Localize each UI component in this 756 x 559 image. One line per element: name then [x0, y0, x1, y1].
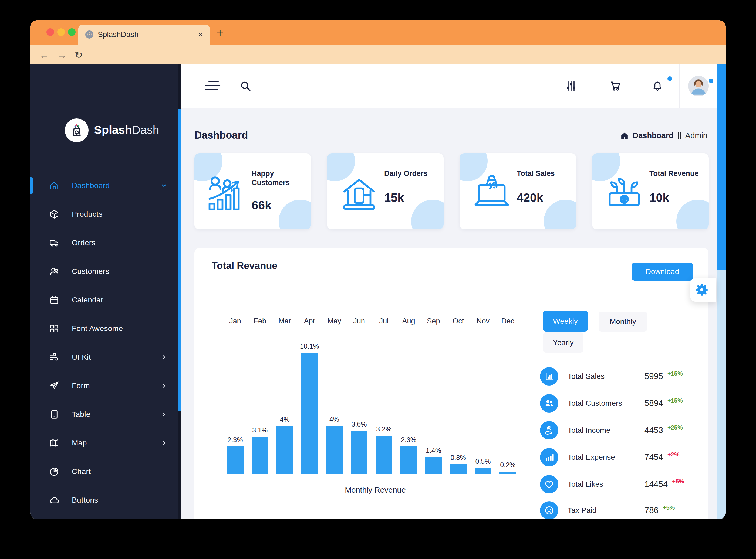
- sidebar-item-products[interactable]: Products: [30, 200, 178, 228]
- chart-caption: Monthly Revenue: [321, 486, 429, 494]
- truck-icon: [49, 238, 59, 248]
- traffic-light-minimize-icon[interactable]: [57, 28, 65, 36]
- traffic-light-zoom-icon[interactable]: [68, 28, 75, 36]
- bar-oct: [450, 464, 467, 474]
- period-button-weekly[interactable]: Weekly: [543, 311, 588, 332]
- reload-icon[interactable]: ↻: [74, 49, 83, 61]
- breadcrumb-admin[interactable]: Admin: [685, 131, 707, 140]
- stat-row-value: 5995: [645, 372, 663, 381]
- month-label-feb: Feb: [247, 315, 273, 327]
- sidebar-item-label: Table: [72, 410, 90, 419]
- stat-row-label: Tax Paid: [567, 506, 645, 515]
- bar-value-label: 3.2%: [370, 425, 397, 433]
- main-content: Dashboard Dashboard || Admin Happy Custo…: [181, 108, 717, 519]
- month-label-jun: Jun: [347, 315, 371, 327]
- back-icon[interactable]: ←: [39, 49, 49, 61]
- chevron-down-icon: [160, 182, 167, 189]
- header-divider: [224, 65, 224, 108]
- chevron-right-icon: [160, 440, 167, 447]
- sidebar-item-orders[interactable]: Orders: [30, 228, 178, 257]
- home-icon: [620, 131, 629, 140]
- page-scrollbar-track[interactable]: [717, 65, 726, 519]
- sidebar-item-form[interactable]: Form: [30, 372, 178, 400]
- card-divider: [194, 295, 709, 295]
- stat-row-delta: +15%: [667, 370, 683, 377]
- bar-sep: [425, 457, 442, 474]
- notification-bell-icon[interactable]: [651, 80, 663, 92]
- stat-row-value: 786: [645, 506, 658, 515]
- chevron-right-icon: [160, 411, 167, 418]
- breadcrumb-dashboard[interactable]: Dashboard: [633, 131, 673, 140]
- revenue-card-title: Total Revanue: [212, 260, 277, 271]
- sidebar-scrollbar-thumb[interactable]: [178, 109, 181, 411]
- sidebar-item-font-awesome[interactable]: Font Awesome: [30, 314, 178, 343]
- home-icon: [49, 180, 59, 191]
- bar-chart-plot: 2.3%3.1%4%10.1%4%3.6%3.2%2.3%1.4%0.8%0.5…: [221, 330, 529, 474]
- calendar-icon: [49, 295, 59, 305]
- sidebar-item-dashboard[interactable]: Dashboard: [30, 171, 178, 200]
- bar-value-label: 2.3%: [395, 436, 422, 444]
- hamburger-menu-icon[interactable]: [205, 81, 220, 90]
- sidebar-menu: DashboardProductsOrdersCustomersCalendar…: [30, 171, 178, 519]
- browser-tab[interactable]: ☉ SplashDash ×: [78, 25, 210, 45]
- stat-row-delta: +5%: [663, 504, 675, 511]
- sidebar-item-label: Customers: [72, 267, 109, 276]
- traffic-light-close-icon[interactable]: [46, 28, 54, 36]
- bar-mar: [277, 426, 293, 474]
- period-button-monthly[interactable]: Monthly: [599, 312, 647, 332]
- stat-card-value: 420k: [517, 191, 543, 204]
- month-label-dec: Dec: [495, 315, 520, 327]
- money-plant-icon: [604, 172, 645, 213]
- filter-sliders-icon[interactable]: [565, 80, 577, 92]
- new-tab-button[interactable]: +: [217, 26, 223, 40]
- header-divider: [635, 65, 636, 108]
- month-label-jul: Jul: [371, 315, 396, 327]
- breadcrumb: Dashboard || Admin: [620, 131, 707, 140]
- month-label-nov: Nov: [471, 315, 495, 327]
- notification-dot: [667, 76, 672, 81]
- sidebar-item-customers[interactable]: Customers: [30, 257, 178, 286]
- bar-value-label: 3.6%: [346, 420, 373, 428]
- sidebar-item-calendar[interactable]: Calendar: [30, 286, 178, 314]
- decor-blob: [411, 200, 444, 229]
- bar-jan: [227, 447, 243, 474]
- bar-value-label: 2.3%: [222, 436, 249, 444]
- download-button[interactable]: Download: [632, 263, 693, 281]
- brand-name: SplashDash: [94, 123, 159, 136]
- sidebar-item-invoice[interactable]: Invoice: [30, 514, 178, 519]
- cart-icon[interactable]: [610, 80, 622, 92]
- stat-row-total-expense: Total Expense7454+2%: [540, 448, 702, 467]
- stat-row-value: 4453: [645, 425, 663, 435]
- stat-row-tax-paid: Tax Paid786+5%: [540, 501, 702, 519]
- user-avatar[interactable]: [688, 76, 709, 96]
- stat-row-value: 7454: [645, 452, 663, 462]
- sidebar-item-buttons[interactable]: Buttons: [30, 486, 178, 514]
- sidebar-item-map[interactable]: Map: [30, 429, 178, 457]
- sidebar-item-table[interactable]: Table: [30, 400, 178, 429]
- sidebar-item-label: Buttons: [72, 496, 98, 505]
- online-status-dot: [709, 79, 713, 83]
- tab-close-icon[interactable]: ×: [198, 30, 203, 39]
- sidebar-scrollbar-track[interactable]: [178, 65, 181, 519]
- forward-icon[interactable]: →: [57, 49, 67, 61]
- period-button-yearly[interactable]: Yearly: [543, 332, 583, 353]
- settings-flyout[interactable]: [690, 278, 716, 301]
- stat-row-delta: +2%: [667, 451, 679, 458]
- sidebar-item-chart[interactable]: Chart: [30, 457, 178, 486]
- people-icon: [540, 394, 558, 412]
- bar-feb: [252, 437, 268, 474]
- bar-value-label: 10.1%: [296, 342, 323, 350]
- page-scrollbar-thumb[interactable]: [717, 65, 726, 269]
- sidebar-item-label: UI Kit: [72, 353, 91, 361]
- grid-icon: [49, 323, 59, 334]
- search-icon[interactable]: [239, 80, 251, 92]
- breadcrumb-separator: ||: [677, 131, 682, 140]
- stat-row-delta: +15%: [667, 397, 683, 404]
- hand-dollar-icon: [540, 421, 558, 440]
- stat-card-happy-customers: Happy Customers66k: [194, 153, 311, 229]
- sidebar-item-ui-kit[interactable]: UI Kit: [30, 343, 178, 372]
- decor-blob: [279, 200, 311, 229]
- month-label-jan: Jan: [223, 315, 247, 327]
- stat-row-total-likes: Total Likes14454+5%: [540, 474, 702, 494]
- tablet-icon: [49, 409, 59, 420]
